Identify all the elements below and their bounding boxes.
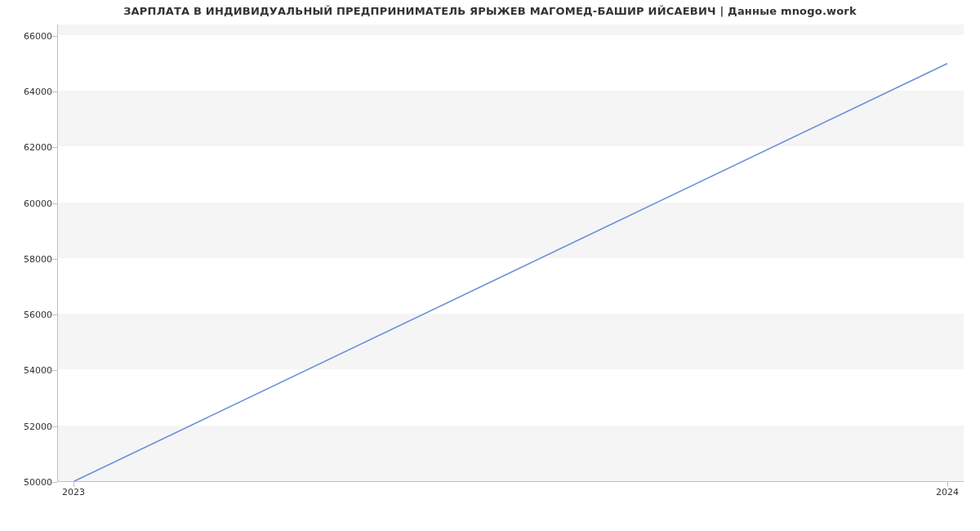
chart-container: ЗАРПЛАТА В ИНДИВИДУАЛЬНЫЙ ПРЕДПРИНИМАТЕЛ… (0, 0, 980, 531)
series-line (74, 64, 947, 481)
y-tick-label: 62000 (3, 142, 52, 153)
line-layer (58, 25, 964, 481)
x-tick-mark (947, 482, 948, 487)
plot-area (57, 25, 964, 482)
y-tick-label: 54000 (3, 365, 52, 376)
y-tick-label: 52000 (3, 421, 52, 431)
y-tick-label: 64000 (3, 87, 52, 97)
y-tick-label: 60000 (3, 198, 52, 208)
x-tick-mark (74, 482, 74, 487)
y-tick-label: 58000 (3, 253, 52, 264)
y-tick-mark (52, 482, 57, 483)
x-tick-label: 2023 (62, 487, 85, 498)
x-tick-label: 2024 (936, 487, 959, 498)
y-tick-label: 66000 (3, 30, 52, 41)
y-tick-label: 50000 (3, 477, 52, 488)
chart-title: ЗАРПЛАТА В ИНДИВИДУАЛЬНЫЙ ПРЕДПРИНИМАТЕЛ… (0, 5, 980, 17)
y-tick-label: 56000 (3, 310, 52, 320)
